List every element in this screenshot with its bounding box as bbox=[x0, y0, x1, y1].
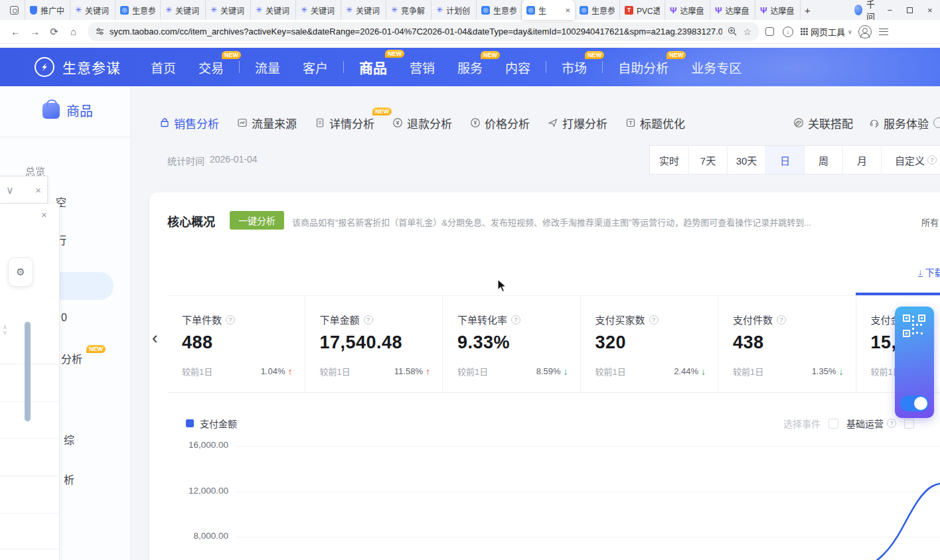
browser-tab-active[interactable]: ◎生× bbox=[522, 0, 575, 20]
metric-value: 9.33% bbox=[457, 332, 567, 353]
browser-tab[interactable]: ✳关键词 bbox=[341, 0, 386, 20]
chevron-down-icon: ∨ bbox=[848, 29, 852, 35]
extensions-icon[interactable] bbox=[761, 23, 778, 40]
nav-item-customer[interactable]: 客户 bbox=[303, 58, 328, 76]
close-icon[interactable]: × bbox=[35, 184, 41, 196]
sidebar-item[interactable]: 分析 bbox=[61, 350, 82, 366]
browser-tab[interactable]: Ψ达摩盘 bbox=[665, 0, 710, 20]
browser-tab[interactable]: TPVC透 bbox=[620, 0, 665, 20]
date-option-month[interactable]: 月 bbox=[842, 146, 881, 174]
tab-refund-analysis[interactable]: 退款分析 bbox=[392, 115, 452, 131]
downloads-icon[interactable]: ↓ bbox=[779, 23, 797, 40]
tab-price-analysis[interactable]: 价格分析 bbox=[470, 115, 530, 131]
metric-card-pay-buyers[interactable]: 支付买家数? 320 较前1日2.44%↓ bbox=[581, 296, 719, 392]
date-option-30d[interactable]: 30天 bbox=[727, 146, 765, 174]
nav-item-content[interactable]: 内容 bbox=[505, 58, 530, 76]
tab-title-optimize[interactable]: 标题优化 bbox=[625, 115, 685, 131]
sort-icon[interactable]: ∧∨ bbox=[3, 324, 7, 335]
date-option-realtime[interactable]: 实时 bbox=[650, 146, 688, 174]
nav-item-traffic[interactable]: 流量 bbox=[255, 58, 280, 76]
bookmark-star-icon[interactable]: ☆ bbox=[743, 27, 751, 37]
nav-item-service[interactable]: 服务NEW bbox=[457, 58, 483, 76]
date-option-day[interactable]: 日 bbox=[765, 146, 804, 174]
question-icon: ? bbox=[887, 419, 896, 428]
collapse-chevron-icon[interactable]: ∨ bbox=[6, 184, 14, 196]
metric-card-order-conversion[interactable]: 下单转化率? 9.33% 较前1日8.59%↓ bbox=[443, 296, 581, 392]
close-window-button[interactable]: × bbox=[920, 0, 940, 20]
new-badge: NEW bbox=[222, 51, 241, 59]
scroll-left-chevron[interactable]: ‹ bbox=[152, 329, 158, 346]
nav-item-market[interactable]: 市场NEW bbox=[562, 58, 587, 76]
date-option-7d[interactable]: 7天 bbox=[688, 146, 727, 174]
chart-legend[interactable]: 支付金额 bbox=[186, 417, 237, 430]
sidebar-item[interactable]: 析 bbox=[64, 471, 74, 487]
sidebar-item[interactable]: 0 bbox=[61, 312, 67, 324]
tab-partial-icon[interactable] bbox=[933, 117, 940, 128]
nav-item-home[interactable]: 首页 bbox=[151, 58, 176, 76]
event-checkbox[interactable] bbox=[904, 419, 914, 429]
sycm-favicon: ◎ bbox=[481, 6, 490, 15]
browser-brand: 千问 bbox=[854, 0, 880, 23]
toolbox-widget[interactable]: 工具箱 bbox=[895, 307, 934, 418]
metric-card-order-items[interactable]: 下单件数? 488 较前1日1.04%↑ bbox=[167, 296, 305, 392]
toolbox-label: 工具箱 bbox=[909, 348, 940, 394]
browser-tab[interactable] bbox=[4, 0, 25, 20]
minimize-button[interactable]: − bbox=[880, 0, 900, 20]
browser-tab[interactable]: ✳计划创 bbox=[431, 0, 477, 20]
browser-tab[interactable]: ✳关键词 bbox=[296, 0, 341, 20]
browser-tab[interactable]: ✳关键词 bbox=[206, 0, 251, 20]
profile-avatar[interactable] bbox=[856, 23, 874, 40]
forward-icon[interactable]: → bbox=[26, 23, 44, 40]
refresh-icon[interactable]: ⟳ bbox=[45, 23, 63, 40]
toolbox-toggle[interactable] bbox=[900, 395, 929, 411]
y-axis-tick: 16,000.00 bbox=[167, 440, 228, 450]
browser-tab[interactable]: ◎生意参 bbox=[477, 0, 522, 20]
maximize-button[interactable] bbox=[900, 0, 919, 20]
close-tab-icon[interactable]: × bbox=[565, 5, 570, 15]
date-option-week[interactable]: 周 bbox=[804, 146, 842, 174]
browser-tab[interactable]: ✳关键词 bbox=[70, 0, 116, 20]
browser-tab[interactable]: 推广中 bbox=[25, 0, 70, 20]
pvc-favicon: T bbox=[625, 6, 633, 15]
nav-item-self-analysis[interactable]: 自助分析NEW bbox=[618, 58, 668, 76]
tab-detail-analysis[interactable]: 详情分析 NEW bbox=[315, 115, 374, 131]
new-tab-button[interactable]: + bbox=[801, 5, 815, 16]
settings-card[interactable]: ⚙ bbox=[8, 257, 33, 287]
sidebar-item[interactable]: 综 bbox=[64, 431, 74, 447]
down-arrow-icon: ↓ bbox=[564, 366, 568, 377]
browser-tab-strip: 推广中 ✳关键词 ◎生意参 ✳关键词 ✳关键词 ✳关键词 ✳关键词 ✳关键词 ✳… bbox=[0, 0, 940, 20]
browser-tab[interactable]: ◎生意参 bbox=[575, 0, 620, 20]
scrollbar-thumb[interactable] bbox=[25, 322, 31, 421]
nav-item-marketing[interactable]: 营销 bbox=[410, 58, 435, 76]
metric-card-order-amount[interactable]: 下单金额? 17,540.48 较前1日11.58%↑ bbox=[305, 296, 443, 392]
tab-breakout-analysis[interactable]: 打爆分析 bbox=[548, 115, 607, 131]
asterisk-icon: ✳ bbox=[256, 6, 262, 14]
event-checkbox[interactable] bbox=[828, 419, 838, 429]
one-click-analyze-button[interactable]: 一键分析 bbox=[230, 211, 284, 230]
tab-traffic-source[interactable]: 流量来源 bbox=[237, 115, 297, 131]
browser-tab[interactable]: Ψ达摩盘 bbox=[710, 0, 755, 20]
more-link[interactable]: 所有 bbox=[921, 216, 939, 228]
web-tools-menu[interactable]: 网页工具 ∨ bbox=[801, 25, 852, 38]
browser-tab[interactable]: ◎生意参 bbox=[116, 0, 161, 20]
tab-sales-analysis[interactable]: 销售分析 bbox=[159, 115, 219, 131]
metric-card-pay-items[interactable]: 支付件数? 438 较前1日1.35%↓ bbox=[718, 296, 856, 392]
nav-item-trade[interactable]: 交易NEW bbox=[198, 58, 224, 76]
tab-service-experience[interactable]: 服务体验 bbox=[869, 115, 929, 131]
browser-tab[interactable]: Ψ达摩盘 bbox=[755, 0, 801, 20]
date-option-custom[interactable]: 自定义? bbox=[881, 146, 940, 174]
browser-tab[interactable]: ✳关键词 bbox=[251, 0, 296, 20]
tab-related-match[interactable]: 关联搭配 bbox=[793, 115, 853, 131]
browser-tab[interactable]: ✳竞争解 bbox=[386, 0, 431, 20]
close-icon[interactable]: × bbox=[41, 209, 47, 220]
address-bar[interactable]: sycm.taobao.com/cc/item_archives?activeK… bbox=[88, 22, 759, 41]
menu-icon[interactable] bbox=[875, 23, 892, 40]
home-icon[interactable]: ⌂ bbox=[64, 23, 82, 40]
back-icon[interactable]: ← bbox=[7, 23, 25, 40]
download-link[interactable]: ↓下载 bbox=[918, 265, 940, 279]
zoom-in-icon[interactable] bbox=[728, 27, 738, 36]
maximize-icon bbox=[907, 7, 913, 13]
nav-item-business-zone[interactable]: 业务专区 bbox=[691, 58, 742, 76]
browser-tab[interactable]: ✳关键词 bbox=[161, 0, 206, 20]
nav-item-item[interactable]: 商品NEW bbox=[359, 57, 387, 77]
